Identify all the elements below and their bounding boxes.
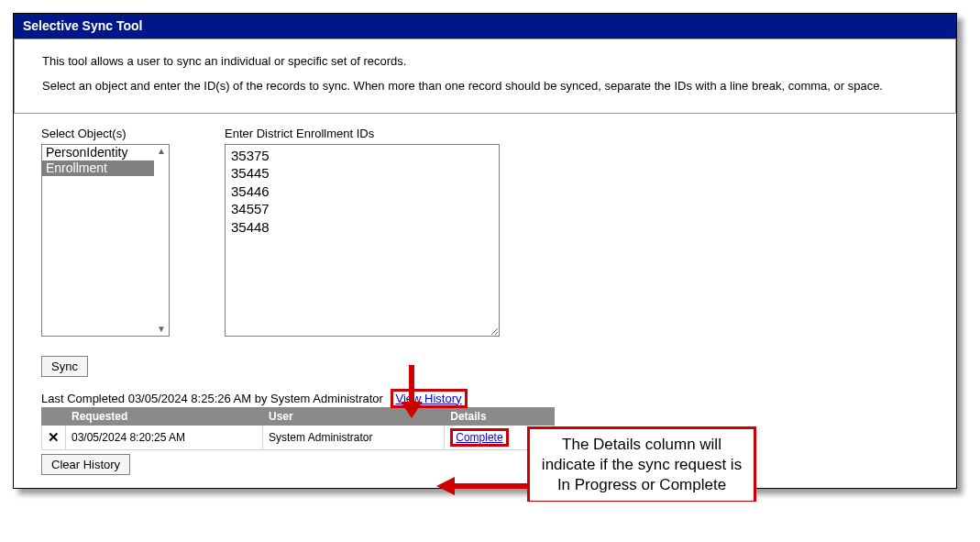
- history-details-link[interactable]: Complete: [450, 428, 508, 447]
- history-table: Requested User Details ✕ 03/05/2024 8:20…: [41, 407, 555, 450]
- delete-row-icon[interactable]: ✕: [48, 429, 60, 446]
- history-col-delete: [42, 407, 66, 425]
- history-col-details: Details: [445, 407, 555, 425]
- page-title: Selective Sync Tool: [23, 18, 142, 33]
- svg-marker-1: [401, 402, 423, 418]
- last-completed-text: Last Completed 03/05/2024 8:25:26 AM by …: [41, 392, 383, 405]
- form-area: Select Object(s) PersonIdentity Enrollme…: [14, 114, 956, 348]
- table-row: ✕ 03/05/2024 8:20:25 AM System Administr…: [42, 425, 555, 449]
- page-container: Selective Sync Tool This tool allows a u…: [13, 13, 957, 489]
- clear-history-button[interactable]: Clear History: [41, 454, 130, 475]
- listbox-scroll-down-icon[interactable]: ▼: [154, 323, 169, 336]
- intro-line-2: Select an object and enter the ID(s) of …: [42, 77, 944, 96]
- objects-listbox[interactable]: PersonIdentity Enrollment ▲ ▼: [41, 144, 170, 337]
- object-option-enrollment[interactable]: Enrollment: [42, 160, 154, 176]
- history-user-cell: System Administrator: [263, 425, 445, 449]
- objects-label: Select Object(s): [41, 127, 225, 140]
- ids-label: Enter District Enrollment IDs: [225, 127, 573, 140]
- intro-box: This tool allows a user to sync an indiv…: [14, 39, 956, 114]
- annotation-arrow-down-icon: [395, 365, 428, 420]
- sync-button[interactable]: Sync: [41, 356, 88, 377]
- status-row: Last Completed 03/05/2024 8:25:26 AM by …: [14, 386, 956, 405]
- annotation-callout: The Details column will indicate if the …: [527, 426, 756, 502]
- listbox-scroll-up-icon[interactable]: ▲: [154, 145, 169, 158]
- svg-marker-3: [436, 477, 455, 495]
- annotation-arrow-left-icon: [435, 475, 535, 497]
- intro-line-1: This tool allows a user to sync an indiv…: [42, 52, 944, 72]
- title-bar: Selective Sync Tool: [14, 14, 956, 39]
- object-option-personidentity[interactable]: PersonIdentity: [42, 145, 154, 160]
- ids-textarea[interactable]: [225, 144, 500, 337]
- history-requested-cell: 03/05/2024 8:20:25 AM: [66, 425, 263, 449]
- history-col-requested: Requested: [66, 407, 263, 425]
- history-header-row: Requested User Details: [42, 407, 555, 425]
